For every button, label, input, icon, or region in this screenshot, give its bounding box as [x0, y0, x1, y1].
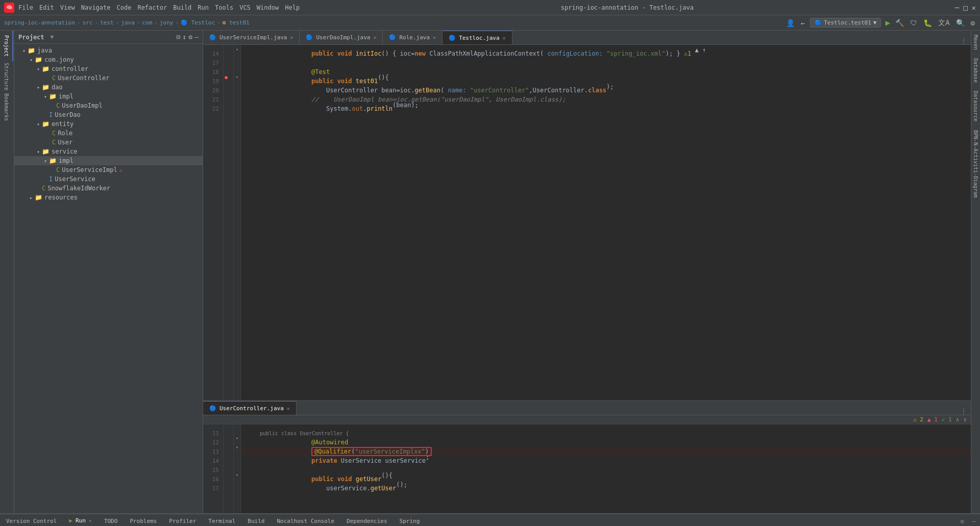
code-editor-bottom[interactable]: 11 12 13 14 15 16 17: [203, 424, 971, 513]
right-tab-maven[interactable]: Maven: [971, 31, 980, 54]
bottom-tab-terminal[interactable]: Terminal: [202, 516, 241, 526]
userdao-icon: I: [49, 111, 53, 118]
tab-usercontroller[interactable]: 🔵 UserController.java ✕: [203, 401, 297, 415]
menu-window[interactable]: Window: [257, 4, 279, 11]
breadcrumb-java[interactable]: java: [121, 19, 135, 26]
tree-comjony[interactable]: ▾ 📁 com.jony: [14, 55, 203, 64]
git-icon[interactable]: 👤: [786, 19, 795, 27]
tab-role[interactable]: 🔵 Role.java ✕: [383, 31, 443, 44]
menu-vcs[interactable]: VCS: [239, 4, 251, 11]
nav-down[interactable]: ∨: [963, 416, 967, 423]
bottom-tab-deps[interactable]: Dependencies: [340, 516, 393, 526]
code-line-17: [241, 58, 971, 67]
tree-snowflake[interactable]: C SnowflakeIdWorker: [14, 184, 203, 193]
bottom-settings[interactable]: ⚙: [957, 518, 968, 525]
menu-edit[interactable]: Edit: [39, 4, 54, 11]
breadcrumb-src[interactable]: src: [83, 19, 93, 26]
tree-resources[interactable]: ▸ 📁 resources: [14, 193, 203, 202]
sidebar-icon-bookmarks[interactable]: Bookmarks: [1, 92, 13, 122]
tab-close4[interactable]: ✕: [503, 35, 506, 41]
close-button[interactable]: ✕: [972, 4, 976, 12]
right-tab-database[interactable]: Database: [971, 54, 980, 87]
bottom-tab-spring[interactable]: Spring: [394, 516, 426, 526]
build-icon[interactable]: 🔨: [895, 19, 904, 27]
sidebar-icon-project[interactable]: Project: [1, 31, 13, 61]
bottom-tab-vc[interactable]: Version Control: [0, 516, 63, 526]
tree-controller[interactable]: ▾ 📁 controller: [14, 64, 203, 73]
minimize-button[interactable]: ─: [955, 4, 959, 12]
tree-entity[interactable]: ▾ 📁 entity: [14, 119, 203, 129]
tab-testloc[interactable]: 🔵 Testloc.java ✕: [443, 31, 512, 44]
tab-more2[interactable]: ⋮: [957, 408, 971, 415]
minimize-panel-icon[interactable]: —: [194, 33, 199, 41]
breadcrumb-testloc[interactable]: 🔵 Testloc: [181, 19, 215, 26]
bottom-minimize[interactable]: —: [968, 518, 980, 525]
breadcrumb-com[interactable]: com: [142, 19, 152, 26]
tree-user[interactable]: C User: [14, 138, 203, 147]
settings-icon[interactable]: ⚙: [971, 19, 975, 27]
code-editor-top[interactable]: 14 17 18 19 20 21 22 ●: [203, 45, 971, 400]
fold-marker-19[interactable]: ▾: [236, 74, 238, 80]
menu-view[interactable]: View: [60, 4, 75, 11]
bottom-tab-profiler[interactable]: Profiler: [163, 516, 202, 526]
menu-tools[interactable]: Tools: [215, 4, 233, 11]
tree-dao[interactable]: ▾ 📁 dao: [14, 83, 203, 92]
bottom-tab-run[interactable]: ▶ Run ✕: [63, 515, 98, 526]
translate-icon[interactable]: 文A: [938, 18, 949, 28]
fold-b13[interactable]: ▾: [236, 445, 238, 450]
menu-help[interactable]: Help: [285, 4, 300, 11]
search-icon[interactable]: 🔍: [956, 19, 965, 27]
tab-userserviceimpl[interactable]: 🔵 UserServiceImpl.java ✕: [203, 31, 300, 44]
nav-up[interactable]: ∧: [956, 416, 960, 423]
run-config-selector[interactable]: 🔵 Testloc.test01 ▼: [810, 18, 881, 28]
sidebar-icon-structure[interactable]: Structure: [1, 61, 13, 92]
fold-b12[interactable]: ▾: [236, 436, 238, 441]
bottom-tab-todo[interactable]: TODO: [98, 516, 124, 526]
tab-more[interactable]: ⋮: [957, 37, 971, 44]
debug-icon[interactable]: 🐛: [923, 19, 932, 27]
right-tab-datasource[interactable]: Datasource: [971, 87, 980, 126]
breadcrumb-method[interactable]: ⚙ test01: [223, 19, 250, 26]
fold-b16[interactable]: ▾: [236, 472, 238, 478]
tree-java[interactable]: ▾ 📁 java: [14, 46, 203, 55]
tab-userdaoimpl[interactable]: 🔵 UserDaoImpl.java ✕: [300, 31, 383, 44]
code-content-top[interactable]: public void initIoc() { ioc=new ClassPat…: [241, 45, 971, 400]
tree-userservice[interactable]: I UserService: [14, 174, 203, 184]
role-label: Role: [58, 130, 72, 137]
back-icon[interactable]: ←: [801, 19, 805, 27]
menu-build[interactable]: Build: [173, 4, 191, 11]
breadcrumb-project[interactable]: spring-ioc-annotation: [4, 19, 75, 26]
breadcrumb-test[interactable]: test: [100, 19, 114, 26]
tree-service[interactable]: ▾ 📁 service: [14, 147, 203, 156]
menu-file[interactable]: File: [18, 4, 33, 11]
bottom-tab-problems[interactable]: Problems: [124, 516, 163, 526]
tree-userdaoimpl[interactable]: C UserDaoImpl: [14, 101, 203, 110]
tree-service-impl[interactable]: ▾ 📁 impl: [14, 156, 203, 165]
tab-close2[interactable]: ✕: [373, 35, 376, 40]
fold-marker-14[interactable]: ▾: [236, 47, 238, 52]
tree-usercontroller[interactable]: C UserController: [14, 73, 203, 83]
tree-userdao[interactable]: I UserDao: [14, 110, 203, 119]
tab-close3[interactable]: ✕: [433, 35, 436, 40]
tree-role[interactable]: C Role: [14, 129, 203, 138]
tab-close-uc[interactable]: ✕: [287, 406, 290, 411]
bottom-tab-build[interactable]: Build: [241, 516, 271, 526]
menu-refactor[interactable]: Refactor: [137, 4, 167, 11]
tree-dao-impl[interactable]: ▾ 📁 impl: [14, 92, 203, 101]
breadcrumb-jony[interactable]: jony: [160, 19, 174, 26]
scroll-icon[interactable]: ↕: [183, 33, 187, 41]
bottom-tab-nocalhost[interactable]: Nocalhost Console: [271, 516, 340, 526]
code-content-bottom[interactable]: public class UserController { @Autowired…: [241, 424, 971, 513]
menu-navigate[interactable]: Navigate: [81, 4, 111, 11]
right-tab-diagram[interactable]: BPN-N-Activiti-Diagram: [971, 126, 980, 202]
gear-icon[interactable]: ⚙: [188, 33, 192, 41]
collapse-all-icon[interactable]: ⊟: [177, 33, 181, 41]
coverage-icon[interactable]: 🛡: [910, 19, 917, 27]
tab-close[interactable]: ✕: [290, 35, 293, 40]
menu-code[interactable]: Code: [117, 4, 132, 11]
maximize-button[interactable]: □: [963, 4, 967, 12]
menu-run[interactable]: Run: [198, 4, 209, 11]
tree-userserviceimpl[interactable]: C UserServiceImpl ⚠: [14, 165, 203, 174]
run-tab-close[interactable]: ✕: [89, 518, 92, 523]
run-button[interactable]: ▶: [885, 18, 890, 28]
